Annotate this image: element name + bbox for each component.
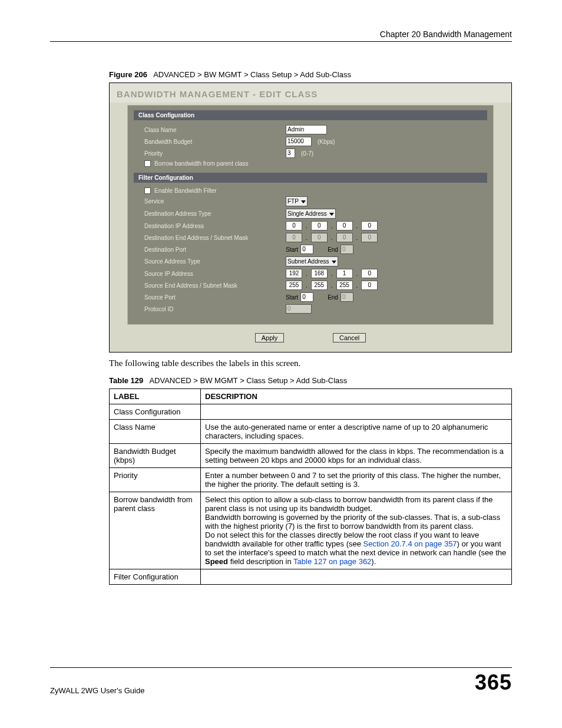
src-port-row: Source Port Start 0 End 0 xyxy=(128,291,493,303)
dest-end-octet3[interactable]: 0 xyxy=(336,233,353,242)
th-label: LABEL xyxy=(110,389,201,404)
link-table-127[interactable]: Table 127 on page 362 xyxy=(293,557,371,566)
class-name-input[interactable]: Admin xyxy=(286,125,327,134)
src-ip-octet1[interactable]: 192 xyxy=(286,269,302,278)
button-row: Apply Cancel xyxy=(110,333,511,342)
dest-ip-octet1[interactable]: 0 xyxy=(286,221,302,230)
dest-port-start-input[interactable]: 0 xyxy=(300,245,313,254)
src-end-octet2[interactable]: 255 xyxy=(311,281,328,290)
src-port-end-label: End xyxy=(328,294,338,301)
cell-desc: Select this option to allow a sub-class … xyxy=(201,492,512,569)
src-end-octet1[interactable]: 255 xyxy=(286,281,302,290)
service-label: Service xyxy=(144,198,286,205)
link-section-20-7-4[interactable]: Section 20.7.4 on page 357 xyxy=(363,539,457,548)
th-description: DESCRIPTION xyxy=(201,389,512,404)
cell-desc: Enter a number between 0 and 7 to set th… xyxy=(201,468,512,492)
src-port-start-input[interactable]: 0 xyxy=(300,292,313,302)
chapter-header: Chapter 20 Bandwidth Management xyxy=(50,29,512,42)
panel-title: BANDWIDTH MANAGEMENT - EDIT CLASS xyxy=(110,83,511,103)
cell-desc xyxy=(201,404,512,420)
borrow-desc-p1: Select this option to allow a sub-class … xyxy=(205,495,507,513)
src-addr-type-select[interactable]: Subnet Address xyxy=(286,256,338,266)
table-number: Table 129 xyxy=(109,376,143,385)
borrow-desc-p2: Bandwidth borrowing is governed by the p… xyxy=(205,513,507,531)
footer-page-number: 365 xyxy=(475,670,512,695)
figure-title: ADVANCED > BW MGMT > Class Setup > Add S… xyxy=(153,70,351,79)
figure-caption: Figure 206 ADVANCED > BW MGMT > Class Se… xyxy=(109,70,512,79)
table-row: Class Configuration xyxy=(110,404,512,420)
src-end-row: Source End Address / Subnet Mask 255. 25… xyxy=(128,279,493,291)
borrow-p3c: field description in xyxy=(228,557,293,566)
dest-ip-octet4[interactable]: 0 xyxy=(361,221,378,230)
src-ip-octet2[interactable]: 168 xyxy=(311,269,328,278)
cancel-button[interactable]: Cancel xyxy=(333,333,366,342)
bandwidth-budget-input[interactable]: 15000 xyxy=(286,137,312,146)
src-addr-type-label: Source Address Type xyxy=(144,258,286,265)
dest-end-label: Destination End Address / Subnet Mask xyxy=(144,235,286,241)
cell-label: Class Configuration xyxy=(110,404,201,420)
dest-port-start-label: Start xyxy=(286,246,298,253)
dest-addr-type-select[interactable]: Single Address xyxy=(286,209,336,219)
dest-ip-octet3[interactable]: 0 xyxy=(336,221,353,230)
borrow-label: Borrow bandwidth from parent class xyxy=(154,160,249,167)
dest-addr-type-row: Destination Address Type Single Address xyxy=(128,207,493,220)
borrow-p3d: ). xyxy=(371,557,376,566)
src-ip-row: Source IP Address 192. 168. 1. 0 xyxy=(128,268,493,279)
class-config-section-bar: Class Configuration xyxy=(134,110,487,120)
borrow-checkbox[interactable] xyxy=(144,160,151,167)
enable-filter-checkbox[interactable] xyxy=(144,187,151,194)
bandwidth-budget-row: Bandwidth Budget 15000 (Kbps) xyxy=(128,136,493,147)
service-row: Service FTP xyxy=(128,195,493,207)
table-row: Filter Configuration xyxy=(110,569,512,585)
dest-end-octet1[interactable]: 0 xyxy=(286,233,302,242)
cell-label: Priority xyxy=(110,468,201,492)
bandwidth-budget-label: Bandwidth Budget xyxy=(144,139,286,145)
filter-config-section-bar: Filter Configuration xyxy=(134,173,487,183)
src-end-octet3[interactable]: 255 xyxy=(336,281,353,290)
cell-desc: Use the auto-generated name or enter a d… xyxy=(201,420,512,444)
protocol-label: Protocol ID xyxy=(144,306,286,312)
table-row: Bandwidth Budget (kbps) Specify the maxi… xyxy=(110,444,512,468)
enable-filter-row: Enable Bandwidth Filter xyxy=(128,186,493,195)
apply-button[interactable]: Apply xyxy=(255,333,285,342)
edit-class-panel: BANDWIDTH MANAGEMENT - EDIT CLASS Class … xyxy=(109,83,512,353)
table-title: ADVANCED > BW MGMT > Class Setup > Add S… xyxy=(149,376,347,385)
protocol-input[interactable]: 0 xyxy=(286,304,312,314)
cell-desc xyxy=(201,569,512,585)
service-select[interactable]: FTP xyxy=(286,196,308,206)
footer-guide-name: ZyWALL 2WG User's Guide xyxy=(50,686,144,695)
dest-port-end-label: End xyxy=(328,246,338,253)
src-end-octet4[interactable]: 0 xyxy=(361,281,378,290)
src-port-end-input[interactable]: 0 xyxy=(340,292,353,302)
cell-label: Bandwidth Budget (kbps) xyxy=(110,444,201,468)
src-ip-octet4[interactable]: 0 xyxy=(361,269,378,278)
dest-port-row: Destination Port Start 0 End 0 xyxy=(128,243,493,255)
table-row: Class Name Use the auto-generated name o… xyxy=(110,420,512,444)
priority-input[interactable]: 3 xyxy=(286,149,295,158)
cell-label: Filter Configuration xyxy=(110,569,201,585)
src-addr-type-row: Source Address Type Subnet Address xyxy=(128,255,493,268)
src-ip-label: Source IP Address xyxy=(144,271,286,277)
dest-port-label: Destination Port xyxy=(144,246,286,253)
cell-label: Borrow bandwidth from parent class xyxy=(110,492,201,569)
src-port-start-label: Start xyxy=(286,294,298,301)
dest-addr-type-label: Destination Address Type xyxy=(144,210,286,217)
dest-ip-octet2[interactable]: 0 xyxy=(311,221,328,230)
figure-number: Figure 206 xyxy=(109,70,147,79)
table-row: Priority Enter a number between 0 and 7 … xyxy=(110,468,512,492)
table-row: Borrow bandwidth from parent class Selec… xyxy=(110,492,512,569)
src-ip-octet3[interactable]: 1 xyxy=(336,269,353,278)
dest-port-end-input[interactable]: 0 xyxy=(340,245,353,254)
priority-row: Priority 3 (0-7) xyxy=(128,147,493,159)
table-caption: Table 129 ADVANCED > BW MGMT > Class Set… xyxy=(109,376,512,385)
src-port-label: Source Port xyxy=(144,294,286,301)
dest-end-octet2[interactable]: 0 xyxy=(311,233,328,242)
speed-bold: Speed xyxy=(205,557,228,566)
body-paragraph: The following table describes the labels… xyxy=(109,358,512,368)
dest-end-row: Destination End Address / Subnet Mask 0.… xyxy=(128,232,493,243)
borrow-desc-p3: Do not select this for the classes direc… xyxy=(205,531,507,566)
dest-end-octet4[interactable]: 0 xyxy=(361,233,378,242)
protocol-row: Protocol ID 0 xyxy=(128,303,493,315)
page-footer: ZyWALL 2WG User's Guide 365 xyxy=(50,667,512,695)
table-header-row: LABEL DESCRIPTION xyxy=(110,389,512,404)
